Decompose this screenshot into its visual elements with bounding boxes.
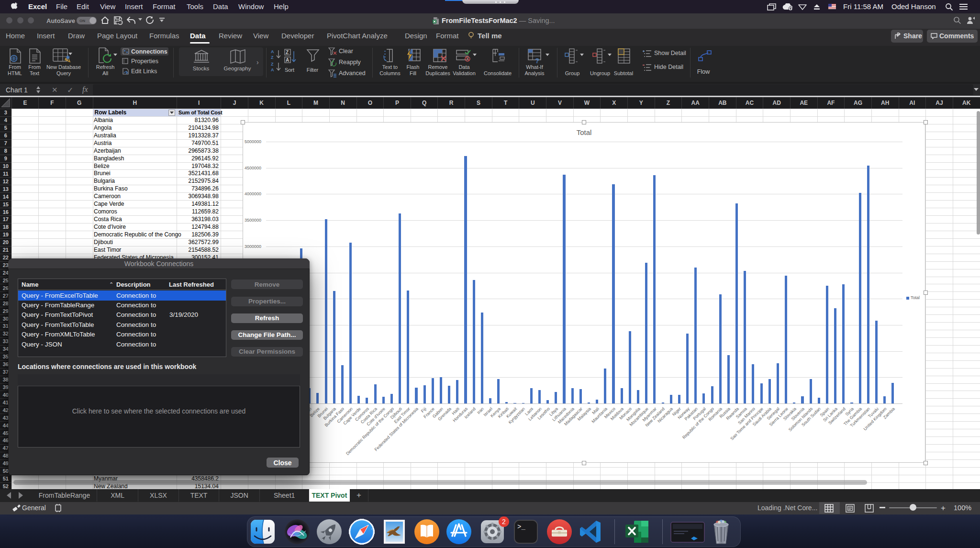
svg-text:Z: Z [271,55,274,60]
svg-text:Z: Z [271,62,274,67]
svg-text:A: A [271,49,274,54]
svg-text:Z: Z [286,50,289,55]
svg-text:A: A [286,57,289,63]
svg-text:>_: >_ [517,523,525,531]
svg-text:?: ? [535,56,539,64]
